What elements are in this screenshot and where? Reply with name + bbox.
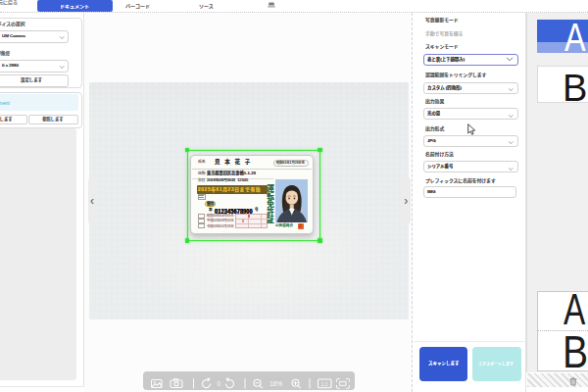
- svg-text:0: 0: [218, 380, 221, 387]
- svg-text:18%: 18%: [270, 380, 282, 387]
- svg-text:1:1: 1:1: [321, 382, 328, 387]
